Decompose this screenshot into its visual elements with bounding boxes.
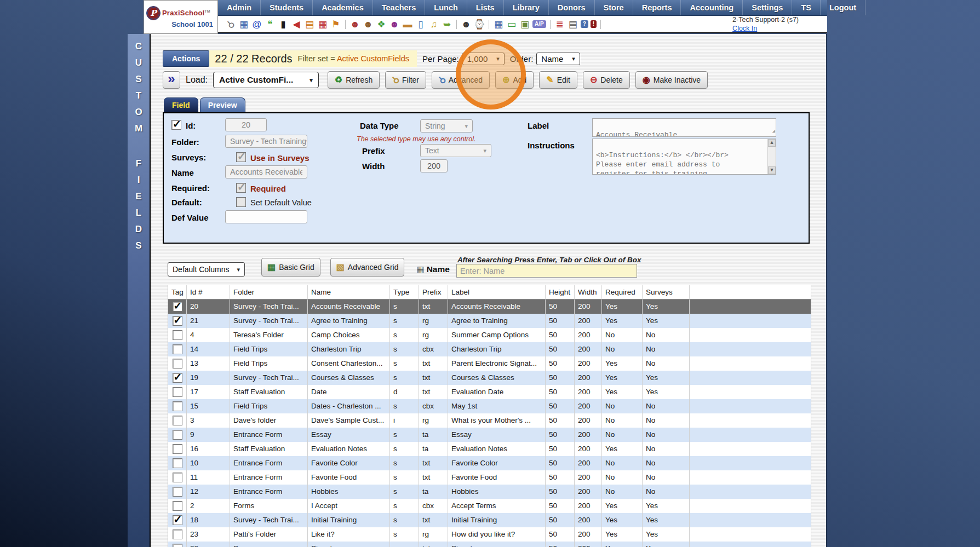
schedule-icon[interactable]: ▤ — [303, 20, 316, 29]
use-in-surveys-checkbox[interactable] — [236, 152, 246, 162]
nav-item-reports[interactable]: Reports — [633, 0, 681, 15]
search-input[interactable] — [456, 264, 637, 278]
help-icon[interactable]: ? — [581, 20, 588, 28]
column-header-id-[interactable]: Id # — [187, 285, 230, 300]
row-tag-checkbox[interactable] — [173, 444, 182, 454]
table-row[interactable]: 9Entrance FormEssaystaEssay50200NoNo — [168, 428, 811, 442]
row-tag-checkbox[interactable] — [173, 316, 182, 326]
tab-preview[interactable]: Preview — [200, 97, 245, 112]
column-header-type[interactable]: Type — [390, 285, 419, 300]
row-tag-checkbox[interactable] — [173, 416, 182, 425]
column-header-width[interactable]: Width — [575, 285, 602, 300]
nav-item-library[interactable]: Library — [504, 0, 549, 15]
add-button[interactable]: ⊕Add — [495, 71, 534, 89]
delete-button[interactable]: ⊖Delete — [583, 71, 630, 89]
folder-select[interactable]: Survey - Tech Training ▾ — [225, 135, 307, 148]
row-tag-checkbox[interactable] — [173, 344, 182, 354]
row-tag-checkbox[interactable] — [173, 473, 182, 482]
lunch-icon[interactable]: ▬ — [401, 20, 414, 29]
expand-button[interactable]: » — [163, 71, 180, 89]
actions-button[interactable]: Actions — [163, 50, 209, 67]
row-tag-checkbox[interactable] — [173, 373, 182, 383]
column-header-height[interactable]: Height — [546, 285, 575, 300]
nav-item-academics[interactable]: Academics — [313, 0, 373, 15]
table-row[interactable]: 14Field TripsCharleston TripscbxCharlest… — [168, 342, 811, 356]
row-tag-checkbox[interactable] — [173, 302, 182, 312]
mobile-icon[interactable]: ▮ — [277, 20, 290, 29]
column-header-surveys[interactable]: Surveys — [643, 285, 690, 300]
student-icon[interactable]: ☻ — [362, 20, 375, 29]
scroll-up-icon[interactable]: ▲ — [768, 139, 776, 147]
scroll-down-icon[interactable]: ▼ — [768, 166, 776, 174]
email-at-icon[interactable]: @ — [250, 20, 263, 29]
tab-field[interactable]: Field — [164, 97, 198, 112]
add-student-icon[interactable]: ☻ — [348, 20, 362, 29]
row-tag-checkbox[interactable] — [173, 515, 182, 525]
clock-in-link[interactable]: Clock In — [732, 24, 799, 33]
table-row[interactable]: 15Field TripsDates - Charleston ...scbxM… — [168, 399, 811, 413]
nav-item-settings[interactable]: Settings — [743, 0, 792, 15]
set-default-checkbox[interactable] — [236, 197, 246, 207]
nav-item-students[interactable]: Students — [261, 0, 313, 15]
print-icon[interactable]: ▤ — [566, 20, 580, 29]
data-type-select[interactable]: String ▾ — [420, 119, 473, 133]
speaker-icon[interactable]: ◀ — [290, 20, 303, 29]
edit-button[interactable]: ✎Edit — [539, 71, 577, 89]
nav-item-donors[interactable]: Donors — [549, 0, 595, 15]
table-row[interactable]: 11Entrance FormFavorite FoodstxtFavorite… — [168, 470, 811, 485]
table-row[interactable]: 10Entrance FormFavorite ColorstxtFavorit… — [168, 456, 811, 470]
row-tag-checkbox[interactable] — [173, 430, 182, 440]
nav-item-lists[interactable]: Lists — [467, 0, 504, 15]
grid-table-icon[interactable]: ▦ — [492, 20, 505, 29]
instructions-textarea[interactable]: <b>Instructions:</b> </br></br> Please e… — [592, 139, 776, 175]
bell-icon[interactable]: ♫ — [427, 20, 440, 29]
nav-item-accounting[interactable]: Accounting — [681, 0, 743, 15]
per-page-select[interactable]: 1,000 ▾ — [462, 53, 505, 65]
basic-grid-button[interactable]: ▦ Basic Grid — [261, 258, 320, 277]
credit-card-icon[interactable]: ▭ — [505, 20, 518, 29]
prefix-select[interactable]: Text ▾ — [420, 144, 491, 157]
ap-badge-icon[interactable]: A/P — [532, 20, 546, 28]
row-tag-checkbox[interactable] — [173, 387, 182, 397]
calendar-grid-icon[interactable]: ▦ — [237, 20, 250, 29]
order-select[interactable]: Name ▾ — [536, 53, 580, 65]
chat-icon[interactable]: ❝ — [263, 20, 277, 29]
nav-item-logout[interactable]: Logout — [821, 0, 866, 15]
label-textarea[interactable]: Accounts Receivable ◢ — [592, 118, 776, 137]
table-row[interactable]: 2FormsI AcceptscbxAccept Terms50200YesYe… — [168, 499, 811, 513]
table-row[interactable]: 20Survey - Tech Trai...Accounts Receivab… — [168, 300, 811, 314]
name-field[interactable] — [225, 165, 307, 179]
table-row[interactable]: 21Survey - Tech Trai...Agree to Training… — [168, 314, 811, 328]
column-header-label[interactable]: Label — [448, 285, 546, 300]
row-tag-checkbox[interactable] — [173, 458, 182, 468]
id-checkbox[interactable] — [171, 120, 181, 130]
nav-item-ts[interactable]: TS — [792, 0, 821, 15]
nav-item-admin[interactable]: Admin — [218, 0, 261, 15]
textarea-scrollbar[interactable]: ▲ ▼ — [767, 139, 776, 174]
make-inactive-button[interactable]: ◉Make Inactive — [635, 71, 708, 89]
load-select[interactable]: Active CustomFi... ▾ — [213, 72, 319, 88]
required-checkbox[interactable] — [236, 183, 246, 193]
nav-item-store[interactable]: Store — [595, 0, 633, 15]
advanced-grid-button[interactable]: ▧ Advanced Grid — [330, 258, 405, 277]
filter-button[interactable]: ⚲Filter — [385, 71, 426, 89]
column-header-folder[interactable]: Folder — [230, 285, 308, 300]
table-row[interactable]: 16Staff EvaluationEvaluation NotesstaEva… — [168, 442, 811, 456]
table-row[interactable]: 4Teresa's FolderCamp ChoicessrgSummer Ca… — [168, 328, 811, 342]
table-row[interactable]: 23Patti's FolderLike it?srgHow did you l… — [168, 527, 811, 542]
column-header-prefix[interactable]: Prefix — [419, 285, 448, 300]
staff-icon[interactable]: ☻ — [460, 20, 473, 29]
pdf-icon[interactable]: ≣ — [553, 20, 566, 29]
search-icon[interactable]: ⚲ — [223, 16, 239, 32]
advanced-button[interactable]: ⚲Advanced — [432, 71, 490, 89]
column-header-tag[interactable]: Tag — [168, 285, 187, 300]
family-icon[interactable]: ☻ — [388, 20, 401, 29]
nav-item-lunch[interactable]: Lunch — [425, 0, 467, 15]
table-row[interactable]: 19Survey - Tech Trai...Courses & Classes… — [168, 371, 811, 385]
table-row[interactable]: 17Staff EvaluationDatedtxtEvaluation Dat… — [168, 385, 811, 399]
columns-select[interactable]: Default Columns ▾ — [168, 262, 245, 277]
money-icon[interactable]: ❖ — [375, 20, 388, 29]
row-tag-checkbox[interactable] — [173, 529, 182, 539]
table-row[interactable]: 18Survey - Tech Trai...Initial Trainings… — [168, 513, 811, 527]
alert-icon[interactable]: ! — [591, 20, 597, 28]
